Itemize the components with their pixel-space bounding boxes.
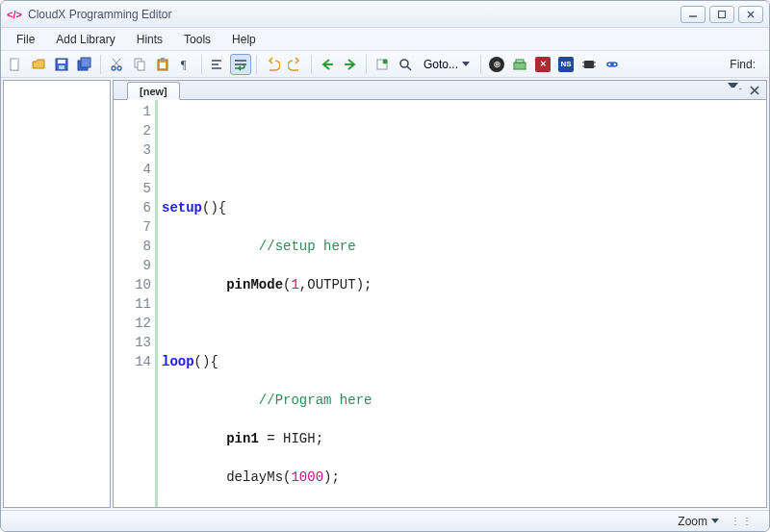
toolbar-separator (100, 55, 101, 74)
svg-rect-32 (514, 63, 526, 69)
svg-text:¶: ¶ (181, 58, 187, 71)
line-number: 12 (114, 314, 151, 333)
svg-line-31 (407, 66, 411, 70)
tab-label: [new] (140, 86, 167, 97)
build-button[interactable] (509, 54, 530, 75)
line-number: 11 (114, 294, 151, 314)
chevron-down-icon (711, 519, 719, 523)
svg-rect-8 (59, 65, 64, 69)
svg-rect-19 (160, 63, 166, 68)
tabstrip: [new] - (114, 81, 766, 100)
nav-forward-button[interactable] (340, 54, 361, 75)
save-all-button[interactable] (74, 54, 95, 75)
line-number: 14 (114, 352, 151, 371)
code-line: pin1 = LOW; (162, 506, 766, 507)
code-line: //Program here (162, 391, 766, 410)
target-button[interactable]: ◎ (486, 54, 507, 75)
svg-rect-7 (58, 60, 65, 63)
statusbar-grip-icon: ⋮⋮ (725, 516, 759, 526)
line-number: 4 (114, 160, 151, 179)
link-button[interactable] (602, 54, 623, 75)
goto-dropdown[interactable]: Goto... (418, 54, 475, 75)
svg-point-29 (383, 59, 388, 63)
toolbar-separator (311, 55, 312, 74)
sidebar-panel[interactable] (3, 80, 111, 508)
toolbar-separator (366, 55, 367, 74)
minimize-button[interactable] (680, 6, 706, 23)
line-number: 2 (114, 121, 151, 140)
copy-button[interactable] (129, 54, 150, 75)
menu-file[interactable]: File (7, 30, 44, 49)
new-file-button[interactable] (5, 54, 26, 75)
tab-menu-button[interactable]: - (728, 83, 743, 98)
open-file-button[interactable] (28, 54, 49, 75)
cut-button[interactable] (106, 54, 127, 75)
app-window: </> CloudX Programming Editor File Add L… (0, 0, 770, 532)
svg-rect-16 (138, 62, 144, 70)
app-icon: </> (7, 7, 22, 22)
code-line (162, 160, 766, 179)
svg-point-30 (400, 60, 408, 67)
line-number: 8 (114, 237, 151, 256)
undo-button[interactable] (262, 54, 283, 75)
menu-help[interactable]: Help (222, 30, 266, 49)
nav-back-button[interactable] (317, 54, 338, 75)
save-button[interactable] (51, 54, 72, 75)
menubar: File Add Library Hints Tools Help (1, 28, 769, 51)
code-line: delayMs(1000); (162, 468, 766, 487)
menu-add-library[interactable]: Add Library (46, 30, 124, 49)
code-line: setup(){ (162, 198, 766, 217)
line-number: 10 (114, 275, 151, 294)
svg-point-11 (112, 66, 116, 70)
titlebar: </> CloudX Programming Editor (1, 1, 769, 28)
svg-rect-33 (516, 60, 524, 63)
search-button[interactable] (395, 54, 416, 75)
code-line (162, 121, 766, 140)
toolbar-separator (256, 55, 257, 74)
ns-badge-button[interactable]: NS (555, 54, 577, 75)
svg-rect-10 (81, 58, 90, 67)
svg-point-40 (611, 63, 617, 66)
redo-button[interactable] (285, 54, 306, 75)
code-line: pinMode(1,OUTPUT); (162, 275, 766, 294)
menu-tools[interactable]: Tools (174, 30, 220, 49)
svg-rect-1 (719, 11, 726, 17)
code-area[interactable]: setup(){ //setup here pinMode(1,OUTPUT);… (156, 100, 766, 507)
code-line (162, 314, 766, 333)
stop-button[interactable]: ✕ (532, 54, 553, 75)
goto-label: Goto... (424, 58, 458, 71)
svg-line-14 (113, 59, 119, 66)
body: [new] - 1 2 3 4 5 6 7 8 9 10 (1, 78, 769, 510)
code-line: loop(){ (162, 352, 766, 371)
svg-rect-18 (161, 58, 165, 61)
window-title: CloudX Programming Editor (28, 8, 171, 21)
code-editor[interactable]: 1 2 3 4 5 6 7 8 9 10 11 12 13 14 setup()… (114, 100, 766, 507)
line-number: 9 (114, 256, 151, 275)
editor-panel: [new] - 1 2 3 4 5 6 7 8 9 10 (113, 80, 767, 508)
tab-close-button[interactable] (747, 83, 762, 98)
close-button[interactable] (738, 6, 763, 23)
toolbar-separator (201, 55, 202, 74)
chip-button[interactable] (578, 54, 600, 75)
toolbar-separator (480, 55, 481, 74)
svg-rect-34 (584, 61, 594, 68)
line-number: 3 (114, 140, 151, 160)
zoom-label: Zoom (678, 515, 707, 528)
align-left-button[interactable] (207, 54, 228, 75)
code-line: //setup here (162, 237, 766, 256)
line-number: 7 (114, 217, 151, 237)
maximize-button[interactable] (709, 6, 734, 23)
svg-rect-5 (16, 59, 18, 62)
bookmark-button[interactable] (372, 54, 393, 75)
menu-hints[interactable]: Hints (127, 30, 172, 49)
line-number: 13 (114, 333, 151, 352)
paste-button[interactable] (152, 54, 173, 75)
zoom-control[interactable]: Zoom (678, 515, 719, 528)
word-wrap-button[interactable] (230, 54, 251, 75)
svg-line-13 (114, 59, 120, 66)
code-line: pin1 = HIGH; (162, 429, 766, 448)
tab-active[interactable]: [new] (127, 82, 180, 100)
svg-point-12 (117, 66, 121, 70)
line-number: 1 (114, 102, 151, 121)
paragraph-button[interactable]: ¶ (175, 54, 196, 75)
